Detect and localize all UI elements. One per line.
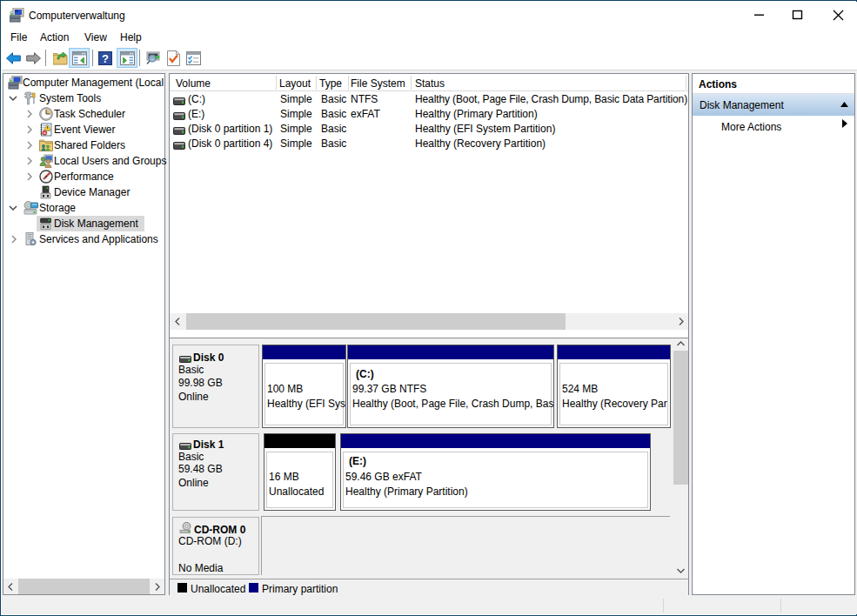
- svg-text:?: ?: [102, 52, 109, 65]
